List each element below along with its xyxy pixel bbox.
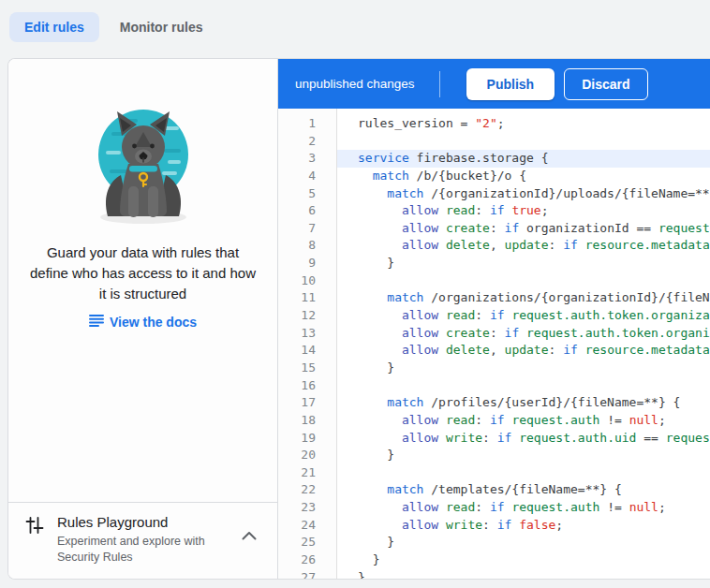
- line-number: 25: [278, 534, 336, 551]
- code-line[interactable]: allow create: if request.auth.token.orga…: [337, 325, 710, 343]
- code-line[interactable]: }: [337, 360, 710, 377]
- code-line[interactable]: allow read: if request.auth != null;: [337, 499, 710, 517]
- code-line[interactable]: allow read: if request.auth != null;: [337, 412, 710, 430]
- tab-bar: Edit rules Monitor rules: [0, 0, 710, 54]
- code-lines[interactable]: rules_version = "2";service firebase.sto…: [337, 109, 710, 579]
- guard-dog-illustration: [72, 96, 214, 231]
- line-number: 9: [278, 255, 336, 272]
- code-line[interactable]: allow delete, update: if resource.metada…: [337, 342, 710, 360]
- line-number: 27: [278, 569, 336, 579]
- line-number: 12: [278, 307, 336, 325]
- code-line[interactable]: allow delete, update: if resource.metada…: [337, 237, 710, 255]
- code-line[interactable]: match /{organizationId}/uploads/{fileNam…: [337, 185, 710, 203]
- code-line[interactable]: [337, 464, 710, 482]
- playground-title: Rules Playground: [57, 514, 224, 530]
- line-number: 4: [278, 168, 336, 185]
- code-line[interactable]: }: [337, 534, 710, 551]
- code-line[interactable]: [337, 272, 710, 290]
- code-line[interactable]: }: [337, 569, 710, 579]
- code-line[interactable]: allow write: if request.auth.uid == requ…: [337, 430, 710, 448]
- line-number: 10: [278, 272, 336, 290]
- code-line[interactable]: match /templates/{fileName=**} {: [337, 481, 710, 499]
- rules-info-panel: Guard your data with rules that define w…: [8, 59, 278, 579]
- line-number: 21: [278, 464, 336, 482]
- rules-headline: Guard your data with rules that define w…: [8, 243, 277, 304]
- line-number: 7: [278, 220, 336, 238]
- code-line[interactable]: allow write: if false;: [337, 517, 710, 535]
- view-docs-label: View the docs: [110, 315, 197, 330]
- code-line[interactable]: allow read: if true;: [337, 202, 710, 220]
- tab-monitor-rules[interactable]: Monitor rules: [120, 20, 203, 35]
- unpublished-changes-status: unpublished changes: [295, 77, 415, 91]
- rules-code-editor[interactable]: 1234567891011121314151617181920212223242…: [278, 109, 710, 579]
- line-number: 23: [278, 499, 336, 517]
- code-line[interactable]: allow read: if request.auth.token.organi…: [337, 307, 710, 325]
- view-docs-link[interactable]: View the docs: [89, 314, 197, 330]
- code-line[interactable]: }: [337, 447, 710, 464]
- line-number: 20: [278, 447, 336, 464]
- line-number: 26: [278, 551, 336, 569]
- line-number: 24: [278, 517, 336, 535]
- discard-button[interactable]: Discard: [564, 68, 647, 100]
- line-number: 17: [278, 394, 336, 412]
- line-number: 14: [278, 342, 336, 360]
- rules-playground-bar[interactable]: Rules Playground Experiment and explore …: [8, 502, 277, 579]
- code-line[interactable]: match /organizations/{organizationId}/{f…: [337, 289, 710, 307]
- line-number: 3: [278, 150, 336, 168]
- line-number: 18: [278, 412, 336, 430]
- editor-header: unpublished changes Publish Discard: [278, 59, 710, 109]
- code-line[interactable]: match /b/{bucket}/o {: [337, 168, 710, 185]
- line-number: 15: [278, 360, 336, 377]
- tab-edit-rules[interactable]: Edit rules: [9, 12, 99, 42]
- line-number: 11: [278, 289, 336, 307]
- code-line[interactable]: match /profiles/{userId}/{fileName=**} {: [337, 394, 710, 412]
- line-number: 19: [278, 430, 336, 448]
- publish-button[interactable]: Publish: [466, 68, 555, 100]
- code-line[interactable]: rules_version = "2";: [337, 115, 710, 133]
- code-line[interactable]: }: [337, 551, 710, 569]
- playground-subtitle: Experiment and explore with Security Rul…: [57, 534, 224, 566]
- line-number: 1: [278, 115, 336, 133]
- chevron-up-icon[interactable]: [242, 527, 257, 544]
- line-number: 2: [278, 133, 336, 151]
- header-divider: [439, 71, 440, 97]
- line-number: 8: [278, 237, 336, 255]
- code-line[interactable]: [337, 377, 710, 395]
- rules-editor-panel: unpublished changes Publish Discard 1234…: [278, 59, 710, 579]
- line-number: 16: [278, 377, 336, 395]
- code-line[interactable]: service firebase.storage {: [337, 150, 710, 168]
- docs-icon: [89, 314, 104, 330]
- code-line[interactable]: [337, 133, 710, 151]
- line-number: 13: [278, 325, 336, 343]
- line-number: 6: [278, 202, 336, 220]
- line-number: 5: [278, 185, 336, 203]
- code-line[interactable]: }: [337, 255, 710, 272]
- gutter: 1234567891011121314151617181920212223242…: [278, 109, 337, 579]
- tune-icon: [25, 517, 44, 537]
- line-number: 22: [278, 481, 336, 499]
- code-line[interactable]: allow create: if organizationId == reque…: [337, 220, 710, 238]
- rules-card: Guard your data with rules that define w…: [7, 58, 710, 580]
